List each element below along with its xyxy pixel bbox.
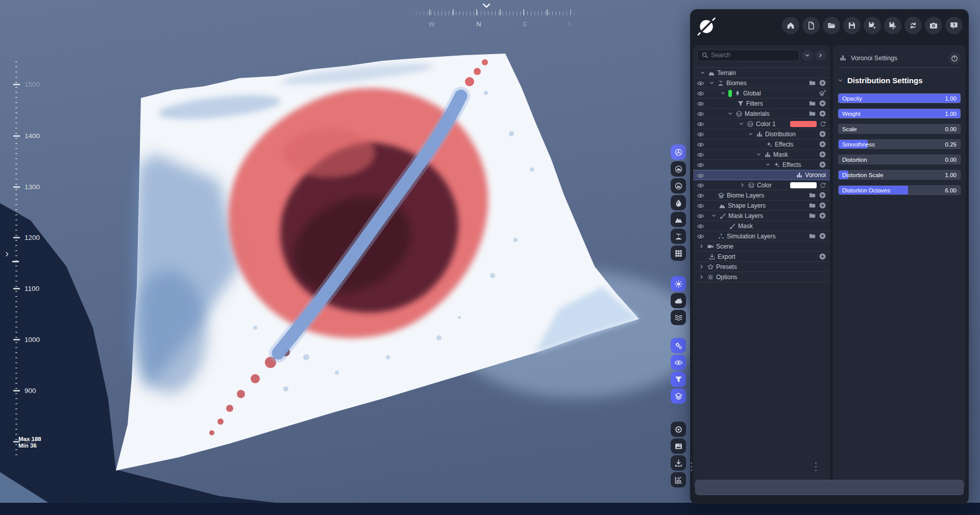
layers-button[interactable]	[671, 388, 686, 404]
slider-smoothness[interactable]: Smoothness 0.25	[838, 139, 961, 149]
download-button[interactable]	[671, 455, 686, 471]
folder-icon[interactable]	[808, 232, 816, 240]
help-button[interactable]	[945, 17, 963, 34]
chevron-down-icon[interactable]	[727, 110, 733, 117]
record-button[interactable]	[671, 422, 686, 437]
chevron-down-icon[interactable]	[720, 90, 726, 96]
statistics-button[interactable]	[671, 472, 686, 487]
chevron-right-icon[interactable]	[698, 263, 705, 270]
tree-row-scene[interactable]: Scene	[693, 241, 830, 252]
chevron-right-icon[interactable]	[698, 274, 705, 280]
slider-weight[interactable]: Weight 1.00	[838, 109, 961, 118]
slider-distortion-octaves[interactable]: Distortion Octaves 6.00	[838, 185, 961, 195]
biome-button[interactable]	[671, 229, 686, 244]
chevron-down-icon[interactable]	[747, 131, 754, 137]
eye-icon[interactable]	[697, 182, 704, 189]
tree-row-mask[interactable]: Mask	[693, 150, 830, 160]
folder-icon[interactable]	[808, 212, 816, 219]
tree-row-presets[interactable]: Presets	[693, 262, 830, 272]
save-as-button[interactable]	[864, 17, 881, 34]
eye-icon[interactable]	[697, 100, 704, 108]
eye-icon[interactable]	[697, 120, 704, 128]
eye-icon[interactable]	[697, 80, 704, 87]
eye-icon[interactable]	[697, 233, 704, 240]
add-icon[interactable]	[819, 140, 826, 148]
tree-row-terrain[interactable]: Terrain	[693, 68, 830, 78]
chevron-down-icon[interactable]	[738, 120, 745, 127]
eye-icon[interactable]	[697, 202, 704, 210]
tree-row-effects-2[interactable]: Effects	[693, 160, 830, 170]
reload-button[interactable]	[904, 17, 922, 34]
folder-icon[interactable]	[808, 110, 816, 117]
chevron-down-icon[interactable]	[708, 80, 715, 86]
water-button[interactable]	[671, 310, 686, 325]
section-distribution-settings[interactable]: Distribution Settings	[833, 68, 966, 85]
eye-icon[interactable]	[697, 161, 704, 169]
add-icon[interactable]	[819, 232, 826, 240]
eye-icon[interactable]	[697, 151, 704, 159]
cloud-button[interactable]	[671, 293, 686, 308]
slider-distortion[interactable]: Distortion 0.00	[838, 155, 961, 164]
tree-row-materials[interactable]: Materials	[693, 109, 830, 119]
eye-icon[interactable]	[697, 172, 704, 180]
chevron-down-icon[interactable]	[699, 69, 706, 76]
slider-opacity[interactable]: Opacity 1.00	[838, 93, 961, 103]
auto-settings-button[interactable]	[671, 338, 686, 353]
folder-icon[interactable]	[808, 191, 816, 199]
screenshot-button[interactable]	[925, 17, 942, 34]
add-icon[interactable]	[819, 191, 826, 199]
add-icon[interactable]	[819, 202, 826, 209]
tree-row-voronoi[interactable]: Voronoi	[693, 170, 830, 180]
tree-row-simulation-layers[interactable]: Simulation Layers	[693, 231, 830, 241]
tree-row-export[interactable]: Export	[693, 252, 830, 262]
add-icon[interactable]	[819, 100, 826, 107]
color-swatch[interactable]	[790, 182, 817, 188]
erosion-button[interactable]	[671, 195, 686, 210]
tree-row-shape-layers[interactable]: Shape Layers	[693, 201, 830, 211]
visibility-button[interactable]	[671, 355, 686, 370]
tree-row-biome-layers[interactable]: Biome Layers	[693, 190, 830, 201]
add-icon[interactable]	[819, 110, 826, 117]
search-next-button[interactable]	[815, 50, 826, 61]
panel-resize-handle[interactable]	[690, 462, 692, 476]
open-project-button[interactable]	[823, 17, 840, 34]
eye-icon[interactable]	[697, 192, 704, 200]
slider-distortion-scale[interactable]: Distortion Scale 1.00	[838, 170, 961, 180]
new-file-button[interactable]	[802, 17, 820, 34]
chevron-down-icon[interactable]	[755, 151, 762, 158]
sun-button[interactable]	[671, 276, 686, 291]
mountain-view-button[interactable]	[671, 161, 686, 177]
compass-bar[interactable]: W N E S	[406, 9, 584, 33]
add-icon[interactable]	[819, 130, 826, 138]
home-button[interactable]	[782, 17, 799, 34]
refresh-icon[interactable]	[819, 120, 826, 128]
add-icon[interactable]	[819, 253, 826, 260]
folder-icon[interactable]	[808, 100, 816, 107]
add-icon[interactable]	[819, 151, 826, 158]
eye-icon[interactable]	[697, 212, 704, 220]
tree-row-effects[interactable]: Effects	[693, 139, 830, 150]
eye-icon[interactable]	[697, 223, 704, 230]
app-logo[interactable]	[696, 16, 717, 37]
add-icon[interactable]	[819, 161, 826, 168]
panel-resize-handle[interactable]	[815, 462, 817, 476]
tree-row-options[interactable]: Options	[693, 272, 830, 282]
mountain-weather-button[interactable]	[671, 178, 686, 193]
grid-button[interactable]	[671, 246, 686, 261]
add-icon[interactable]	[819, 79, 826, 87]
add-icon[interactable]	[819, 212, 826, 219]
eye-icon[interactable]	[697, 90, 704, 97]
search-input[interactable]	[697, 50, 799, 61]
filter-button[interactable]	[671, 372, 686, 387]
toggle-node-button[interactable]	[948, 52, 961, 64]
image-export-button[interactable]	[671, 438, 686, 454]
tree-row-filters[interactable]: Filters	[693, 99, 830, 109]
tree-row-color[interactable]: Color	[693, 180, 830, 190]
terrain-wheel-button[interactable]	[671, 144, 686, 160]
chevron-right-icon[interactable]	[739, 182, 746, 188]
save-edit-button[interactable]	[884, 17, 901, 34]
chevron-down-icon[interactable]	[710, 212, 717, 219]
tree-row-distribution[interactable]: Distribution	[693, 129, 830, 139]
eye-icon[interactable]	[697, 110, 704, 118]
tree-row-mask-2[interactable]: Mask	[693, 221, 830, 231]
